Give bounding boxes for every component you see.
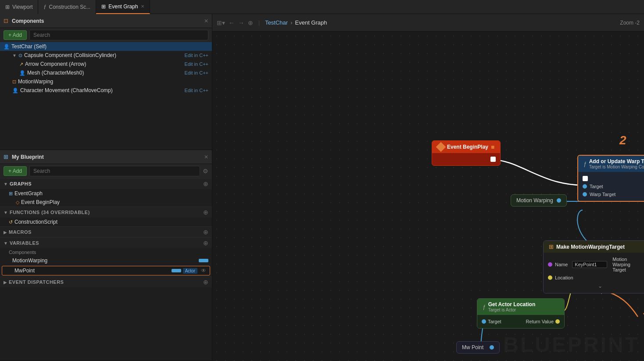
tab-construction[interactable]: ƒ Construction Sc... xyxy=(38,0,96,14)
blueprint-watermark: BLUEPRINT xyxy=(503,332,640,357)
tree-item-motionwarping[interactable]: ⊡ MotionWarping xyxy=(0,77,212,86)
dispatchers-add-icon[interactable]: ⊕ xyxy=(203,279,208,286)
left-panels: ⊡ Components ✕ + Add 👤 TestChar (Self) ▼… xyxy=(0,14,212,361)
macros-add-icon[interactable]: ⊕ xyxy=(203,229,208,236)
motion-warping-input-label: Motion Warping xyxy=(516,197,553,204)
bp-item-mwpoint-var[interactable]: MwPoint Actor 👁 xyxy=(2,266,210,275)
bp-section-graphs-header[interactable]: ▼ GRAPHS ⊕ xyxy=(0,178,212,189)
variables-arrow-icon: ▼ xyxy=(4,241,8,246)
event-node-header: Event BeginPlay ■ xyxy=(432,141,500,153)
bp-item-eventgraph[interactable]: ⊞ EventGraph xyxy=(0,189,212,198)
get-actor-location-node[interactable]: ƒ Get Actor Location Target is Actor Tar… xyxy=(477,298,565,329)
warp-target-pin[interactable] xyxy=(583,184,587,189)
tab-viewport[interactable]: ⊞ Viewport xyxy=(0,0,38,14)
arrow-edit-action[interactable]: Edit in C++ xyxy=(185,61,208,67)
event-diamond-icon xyxy=(436,142,446,152)
mw-point-output-pin[interactable] xyxy=(490,345,494,350)
variables-add-icon[interactable]: ⊕ xyxy=(203,239,208,247)
event-exec-out-pin[interactable] xyxy=(490,157,496,162)
make-name-label: Name xyxy=(555,262,568,267)
blueprint-add-button[interactable]: + Add xyxy=(4,166,27,176)
bp-section-functions: ▼ FUNCTIONS (34 OVERRIDABLE) ⊕ ↺ Constru… xyxy=(0,207,212,226)
make-output-label: Motion Warping Target xyxy=(612,257,643,272)
make-name-pin[interactable] xyxy=(548,262,552,267)
capsule-label: Capsule Component (CollisionCylinder) xyxy=(24,52,183,58)
make-expand-icon[interactable]: ⌄ xyxy=(598,283,602,289)
warp-warptarget-pin[interactable] xyxy=(583,192,587,197)
motionwarping-icon: ⊡ xyxy=(12,79,16,85)
make-node-icon: ⊞ xyxy=(549,243,554,250)
charmove-edit-action[interactable]: Edit in C++ xyxy=(185,88,208,93)
tree-item-arrow[interactable]: ↗ Arrow Component (Arrow) Edit in C++ xyxy=(0,60,212,68)
bp-item-eventbeginplay[interactable]: ◇ Event BeginPlay xyxy=(0,198,212,207)
capsule-arrow: ▼ xyxy=(12,53,17,58)
bp-section-dispatchers-header[interactable]: ▶ EVENT DISPATCHERS ⊕ xyxy=(0,276,212,287)
get-node-title: Get Actor Location xyxy=(488,301,536,307)
mw-point-node[interactable]: Mw Point xyxy=(456,341,500,354)
bp-item-constructionscript[interactable]: ↺ ConstructionScript xyxy=(0,218,212,226)
eventgraph-label: EventGraph xyxy=(14,190,208,197)
event-settings-icon[interactable]: ■ xyxy=(491,143,494,150)
bp-item-motionwarping-var[interactable]: MotionWarping xyxy=(0,256,212,265)
motion-warping-output-pin[interactable] xyxy=(557,198,561,203)
eventgraph-icon: ⊞ xyxy=(9,191,13,197)
breadcrumb-chevron: › xyxy=(290,19,292,26)
number-label-2: 2 xyxy=(619,133,626,147)
back-button[interactable]: ← xyxy=(229,19,235,26)
event-beginplay-node[interactable]: Event BeginPlay ■ xyxy=(432,140,501,166)
components-panel: ⊡ Components ✕ + Add 👤 TestChar (Self) ▼… xyxy=(0,14,212,150)
make-location-pin[interactable] xyxy=(548,275,552,280)
warp-node-subtitle: Target is Motion Warping Component xyxy=(589,164,644,169)
bp-section-functions-header[interactable]: ▼ FUNCTIONS (34 OVERRIDABLE) ⊕ xyxy=(0,207,212,218)
tree-item-capsule[interactable]: ▼ ⊙ Capsule Component (CollisionCylinder… xyxy=(0,51,212,60)
warp-warptarget-row: Warp Target xyxy=(578,190,644,198)
arrow-icon: ↗ xyxy=(19,61,23,67)
mesh-edit-action[interactable]: Edit in C++ xyxy=(185,70,208,75)
warp-node-body: Target Warp Target xyxy=(578,172,644,201)
bp-section-graphs: ▼ GRAPHS ⊕ ⊞ EventGraph ◇ Event BeginPla… xyxy=(0,178,212,207)
warp-exec-in-row xyxy=(578,175,644,182)
breadcrumb-testchar[interactable]: TestChar xyxy=(265,19,288,26)
warp-exec-in-pin[interactable] xyxy=(583,176,588,181)
layout-icon[interactable]: ⊞▾ xyxy=(217,19,225,26)
get-target-label: Target xyxy=(488,319,501,324)
components-search-input[interactable] xyxy=(29,30,208,40)
components-add-button[interactable]: + Add xyxy=(4,30,27,40)
make-name-input[interactable] xyxy=(572,261,607,268)
forward-button[interactable]: → xyxy=(238,19,244,26)
components-panel-header: ⊡ Components ✕ xyxy=(0,14,212,28)
blueprint-panel-close[interactable]: ✕ xyxy=(204,154,208,160)
graph-canvas[interactable]: 2 3 1 Event BeginPlay ■ xyxy=(212,32,644,361)
eventbeginplay-icon: ◇ xyxy=(16,200,19,205)
tree-item-mesh[interactable]: 👤 Mesh (CharacterMesh0) Edit in C++ xyxy=(0,68,212,77)
blueprint-gear-icon[interactable]: ⚙ xyxy=(203,168,208,175)
make-warping-target-node[interactable]: ⊞ Make MotionWarpingTarget Name Motion W… xyxy=(543,240,644,293)
motion-warping-input-node[interactable]: Motion Warping xyxy=(511,194,567,207)
get-return-pin[interactable] xyxy=(555,319,560,324)
graphs-add-icon[interactable]: ⊕ xyxy=(203,180,208,187)
warp-target-node[interactable]: ƒ Add or Update Warp Target Target is Mo… xyxy=(577,155,644,202)
blueprint-search-input[interactable] xyxy=(29,166,200,176)
components-toolbar: + Add xyxy=(0,28,212,42)
get-target-pin[interactable] xyxy=(482,319,486,324)
bp-section-macros-header[interactable]: ▶ MACROS ⊕ xyxy=(0,226,212,237)
warp-target-row: Target xyxy=(578,182,644,190)
get-node-body: Target Return Value xyxy=(477,315,564,328)
bp-section-variables-header[interactable]: ▼ VARIABLES ⊕ xyxy=(0,237,212,248)
mesh-icon: 👤 xyxy=(19,70,25,76)
tab-event-graph-close[interactable]: ✕ xyxy=(141,4,144,9)
breadcrumb-eventgraph[interactable]: Event Graph xyxy=(295,19,327,26)
breadcrumb-path: TestChar › Event Graph xyxy=(265,19,327,26)
tree-item-testchar[interactable]: 👤 TestChar (Self) xyxy=(0,42,212,51)
make-node-title: Make MotionWarpingTarget xyxy=(556,244,625,250)
tab-event-graph[interactable]: ⊞ Event Graph ✕ xyxy=(96,0,150,14)
get-node-subtitle: Target is Actor xyxy=(488,307,536,312)
functions-add-icon[interactable]: ⊕ xyxy=(203,209,208,216)
warp-node-header: ƒ Add or Update Warp Target Target is Mo… xyxy=(578,156,644,172)
make-expand-row[interactable]: ⌄ xyxy=(544,282,644,290)
tree-item-charmove[interactable]: 👤 Character Movement (CharMoveComp) Edit… xyxy=(0,86,212,95)
capsule-edit-action[interactable]: Edit in C++ xyxy=(185,53,208,58)
focus-icon[interactable]: ⊕ xyxy=(248,19,253,26)
mwpoint-visibility-icon[interactable]: 👁 xyxy=(201,268,206,274)
components-panel-close[interactable]: ✕ xyxy=(204,18,208,24)
